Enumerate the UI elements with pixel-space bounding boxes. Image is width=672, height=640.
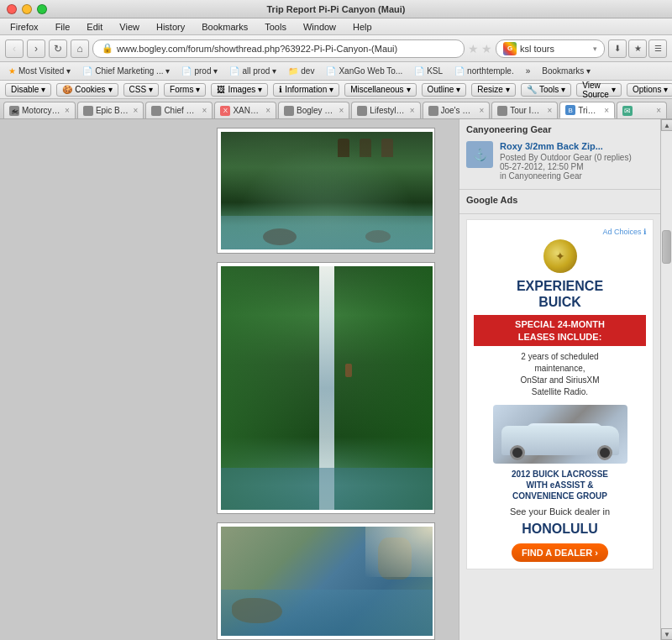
tab-close-icon[interactable]: × bbox=[410, 106, 415, 115]
bookmark-dev[interactable]: 📁 dev bbox=[285, 66, 318, 76]
bookmarks-bar: ★ Most Visited ▾ 📄 Chief Marketing ... ▾… bbox=[0, 62, 672, 81]
ext-disable[interactable]: Disable ▾ bbox=[5, 83, 51, 97]
post-category: in Canyoneering Gear bbox=[500, 171, 654, 181]
menu-file[interactable]: File bbox=[52, 22, 74, 32]
buick-ad-block[interactable]: Ad Choices ℹ ✦ EXPERIENCE BUICK SPECIAL … bbox=[466, 219, 654, 569]
star2-icon[interactable]: ★ bbox=[481, 42, 492, 55]
menu-help[interactable]: Help bbox=[349, 22, 375, 32]
ext-label: Miscellaneous bbox=[350, 85, 403, 94]
rock-2 bbox=[365, 230, 391, 243]
bookmark-all-prod[interactable]: 📄 all prod ▾ bbox=[226, 66, 280, 76]
tab-close-icon[interactable]: × bbox=[656, 106, 661, 115]
tab-label: Trip ... bbox=[578, 106, 600, 115]
tab-close-icon[interactable]: × bbox=[339, 106, 344, 115]
minimize-button[interactable] bbox=[22, 4, 32, 14]
bookmark-chief-marketing[interactable]: 📄 Chief Marketing ... ▾ bbox=[79, 66, 173, 76]
scrollbar-up-button[interactable]: ▲ bbox=[661, 119, 672, 131]
tab-favicon: 🏍 bbox=[9, 106, 19, 116]
reload-button[interactable]: ↻ bbox=[49, 39, 67, 58]
tab-close-icon[interactable]: × bbox=[265, 106, 270, 115]
menu-history[interactable]: History bbox=[153, 22, 188, 32]
tab-epic-bird[interactable]: Epic Bir... × bbox=[77, 102, 144, 118]
back-button[interactable]: ‹ bbox=[5, 39, 24, 58]
outdoor-gear-icon: ⚓ bbox=[473, 148, 487, 161]
window-scrollbar[interactable]: ▲ ▼ bbox=[660, 119, 672, 640]
bookmark-most-visited[interactable]: ★ Most Visited ▾ bbox=[5, 66, 74, 76]
bookmarks-more[interactable]: » bbox=[522, 66, 534, 76]
tab-motorcycles[interactable]: 🏍 Motorcyc... × bbox=[3, 102, 76, 118]
bookmark-northtemple[interactable]: 📄 northtemple. bbox=[451, 66, 517, 76]
tab-chief-m[interactable]: Chief M... × bbox=[145, 102, 213, 118]
ext-cookies[interactable]: 🍪 Cookies ▾ bbox=[56, 83, 118, 97]
tab-label: Bogley S... bbox=[297, 106, 335, 115]
search-bar[interactable]: G ksl tours ▾ bbox=[496, 39, 605, 58]
tab-close-icon[interactable]: × bbox=[65, 106, 70, 115]
ext-tools[interactable]: 🔧 Tools ▾ bbox=[521, 83, 571, 97]
tab-bogley[interactable]: Bogley S... × bbox=[278, 102, 349, 118]
ext-miscellaneous[interactable]: Miscellaneous ▾ bbox=[344, 83, 416, 97]
bookmark-label: prod bbox=[194, 66, 211, 76]
tab-close-icon[interactable]: × bbox=[479, 106, 484, 115]
find-dealer-button[interactable]: FIND A DEALER › bbox=[512, 543, 608, 562]
menu-icon[interactable]: ☰ bbox=[648, 39, 667, 58]
tab-tour-info[interactable]: Tour Inf... × bbox=[491, 102, 558, 118]
tab-close-icon[interactable]: × bbox=[604, 106, 609, 115]
ext-forms[interactable]: Forms ▾ bbox=[164, 83, 206, 97]
tab-mail[interactable]: ✉ × bbox=[617, 102, 667, 118]
bookmark-label: northtemple. bbox=[467, 66, 514, 76]
tab-close-icon[interactable]: × bbox=[134, 106, 139, 115]
ext-css[interactable]: CSS ▾ bbox=[123, 83, 160, 97]
ext-resize[interactable]: Resize ▾ bbox=[471, 83, 516, 97]
photo-3-block bbox=[217, 522, 435, 640]
ext-information[interactable]: ℹ Information ▾ bbox=[273, 83, 339, 97]
chevron-down-icon: ▾ bbox=[149, 85, 153, 94]
ext-label: Options bbox=[633, 85, 661, 94]
ext-options[interactable]: Options ▾ bbox=[627, 83, 672, 97]
search-dropdown-icon[interactable]: ▾ bbox=[593, 45, 597, 53]
ext-images[interactable]: 🖼 Images ▾ bbox=[211, 83, 268, 97]
scrollbar-thumb[interactable] bbox=[662, 230, 671, 264]
scrollbar-down-button[interactable]: ▼ bbox=[661, 628, 672, 640]
tab-favicon: X bbox=[220, 106, 230, 116]
tab-joes[interactable]: Joe's St... × bbox=[423, 102, 491, 118]
menu-edit[interactable]: Edit bbox=[83, 22, 106, 32]
main-area: Canyoneering Gear ⚓ Roxy 3/2mm Back Zip.… bbox=[0, 119, 672, 640]
maximize-button[interactable] bbox=[37, 4, 47, 14]
tab-close-icon[interactable]: × bbox=[547, 106, 552, 115]
star-icon[interactable]: ★ bbox=[468, 42, 479, 55]
menu-view[interactable]: View bbox=[116, 22, 143, 32]
chevron-down-icon: ▾ bbox=[196, 85, 200, 94]
ext-label: Forms bbox=[170, 85, 193, 94]
chevron-icon: ▾ bbox=[165, 66, 170, 76]
address-bar[interactable]: 🔒 www.bogley.com/forum/showthread.php?63… bbox=[92, 39, 465, 58]
menu-window[interactable]: Window bbox=[300, 22, 339, 32]
post-info: Roxy 3/2mm Back Zip... Posted By Outdoor… bbox=[500, 141, 654, 181]
download-icon[interactable]: ⬇ bbox=[608, 39, 627, 58]
forward-button[interactable]: › bbox=[27, 39, 45, 58]
tab-trip-active[interactable]: B Trip ... × bbox=[559, 102, 615, 118]
tab-xango[interactable]: X XANGO × bbox=[214, 102, 276, 118]
ext-outline[interactable]: Outline ▾ bbox=[422, 83, 467, 97]
home-button[interactable]: ⌂ bbox=[71, 39, 89, 58]
scrollbar-track[interactable] bbox=[661, 131, 672, 628]
nav-extra-icons: ⬇ ★ ☰ bbox=[608, 39, 667, 58]
chevron-down-icon: ▾ bbox=[506, 85, 510, 94]
buick-car-image bbox=[493, 405, 627, 464]
tab-close-icon[interactable]: × bbox=[202, 106, 207, 115]
ext-view-source[interactable]: View Source ▾ bbox=[576, 83, 622, 97]
bookmark-icon[interactable]: ★ bbox=[628, 39, 647, 58]
close-button[interactable] bbox=[7, 4, 17, 14]
window-title: Trip Report Pi-Pi Canyon (Maui) bbox=[266, 4, 405, 14]
post-title[interactable]: Roxy 3/2mm Back Zip... bbox=[500, 141, 654, 151]
address-text: www.bogley.com/forum/showthread.php?6392… bbox=[117, 44, 397, 54]
photo-1-block bbox=[217, 128, 435, 254]
bookmark-xango[interactable]: 📄 XanGo Web To... bbox=[323, 66, 406, 76]
page-icon: 📄 bbox=[82, 66, 92, 76]
menu-bookmarks[interactable]: Bookmarks bbox=[198, 22, 251, 32]
tab-lifestyle[interactable]: Lifestyle... × bbox=[351, 102, 420, 118]
bookmark-ksl[interactable]: 📄 KSL bbox=[411, 66, 446, 76]
menu-firefox[interactable]: Firefox bbox=[7, 22, 42, 32]
bookmarks-folder[interactable]: Bookmarks ▾ bbox=[538, 66, 594, 76]
menu-tools[interactable]: Tools bbox=[261, 22, 290, 32]
bookmark-prod[interactable]: 📄 prod ▾ bbox=[178, 66, 221, 76]
